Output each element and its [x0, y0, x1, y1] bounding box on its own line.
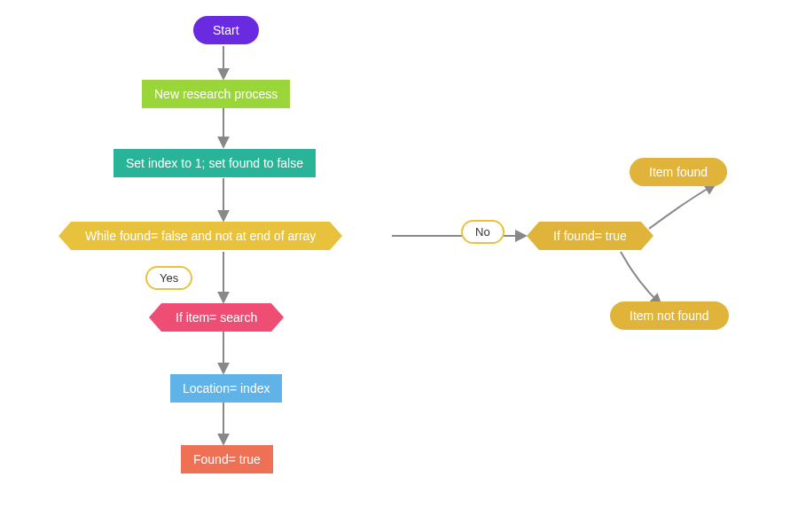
if-found-label: If found= true — [553, 229, 627, 243]
decision-while: While found= false and not at end of arr… — [71, 222, 330, 250]
start-label: Start — [213, 23, 239, 37]
start-node: Start — [193, 16, 259, 44]
while-label: While found= false and not at end of arr… — [85, 229, 316, 243]
edge-label-no: No — [461, 220, 505, 244]
flow-edges — [0, 0, 798, 532]
new-research-label: New research process — [154, 87, 278, 101]
if-item-label: If item= search — [176, 310, 257, 325]
set-index-label: Set index to 1; set found to false — [126, 156, 303, 170]
process-location: Location= index — [170, 374, 282, 403]
decision-if-item: If item= search — [161, 303, 271, 332]
process-found-true: Found= true — [181, 445, 273, 473]
process-set-index: Set index to 1; set found to false — [113, 149, 316, 177]
decision-if-found: If found= true — [539, 222, 641, 250]
item-not-found-label: Item not found — [630, 309, 709, 323]
terminal-item-found: Item found — [630, 158, 727, 186]
terminal-item-not-found: Item not found — [610, 301, 729, 330]
item-found-label: Item found — [649, 165, 708, 179]
edge-label-yes: Yes — [145, 266, 192, 290]
location-label: Location= index — [183, 381, 270, 395]
process-new-research: New research process — [142, 80, 290, 108]
found-true-label: Found= true — [193, 452, 261, 466]
